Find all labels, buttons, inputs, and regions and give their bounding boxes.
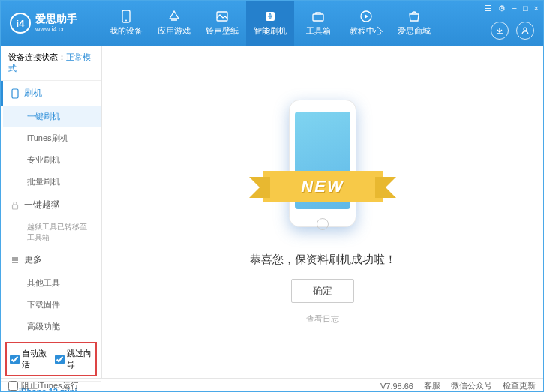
- close-icon[interactable]: ×: [534, 4, 539, 13]
- nav-label: 智能刷机: [254, 25, 287, 37]
- store-icon: [407, 10, 421, 23]
- nav-label: 爱思商城: [398, 25, 431, 37]
- sidebar-item-advanced[interactable]: 高级功能: [3, 316, 101, 337]
- lock-icon: [11, 201, 20, 210]
- title-bar: i4 爱思助手 www.i4.cn 我的设备 应用游戏 铃声壁纸 智能刷机 工具…: [1, 1, 543, 46]
- svg-rect-4: [313, 14, 323, 21]
- sidebar-item-other-tools[interactable]: 其他工具: [3, 272, 101, 294]
- nav-tutorials[interactable]: 教程中心: [342, 1, 390, 46]
- sidebar-item-itunes-flash[interactable]: iTunes刷机: [3, 127, 101, 149]
- maximize-icon[interactable]: □: [523, 4, 528, 13]
- tutorial-icon: [359, 10, 373, 23]
- nav-label: 应用游戏: [158, 25, 191, 37]
- nav-ringtones[interactable]: 铃声壁纸: [198, 1, 246, 46]
- phone-small-icon: [11, 88, 20, 99]
- auto-activate-checkbox[interactable]: 自动激活: [10, 348, 47, 370]
- header-right-buttons: [491, 22, 534, 40]
- version-label: V7.98.66: [380, 382, 413, 391]
- nav-label: 我的设备: [110, 25, 143, 37]
- success-illustration: NEW: [270, 100, 375, 235]
- view-log-link[interactable]: 查看日志: [306, 313, 339, 325]
- sidebar-header-label: 更多: [24, 253, 42, 266]
- nav-store[interactable]: 爱思商城: [390, 1, 438, 46]
- success-message: 恭喜您，保资料刷机成功啦！: [250, 253, 396, 267]
- app-logo-icon: i4: [10, 13, 31, 34]
- phone-icon: [119, 10, 133, 23]
- phone-home-icon: [317, 218, 329, 230]
- sidebar-item-oneclick-flash[interactable]: 一键刷机: [3, 106, 101, 127]
- sidebar-flash-header[interactable]: 刷机: [1, 81, 101, 106]
- download-button[interactable]: [491, 22, 509, 40]
- checkbox-label: 自动激活: [22, 348, 47, 370]
- sidebar: 设备连接状态：正常模式 刷机 一键刷机 iTunes刷机 专业刷机 批量刷机 一…: [1, 46, 102, 378]
- sidebar-item-download-fw[interactable]: 下载固件: [3, 294, 101, 316]
- confirm-button[interactable]: 确定: [291, 279, 354, 303]
- apps-icon: [167, 10, 181, 23]
- status-label: 设备连接状态：: [8, 52, 66, 61]
- nav-label: 教程中心: [350, 25, 383, 37]
- options-highlight-box: 自动激活 跳过向导: [5, 342, 97, 376]
- new-ribbon: NEW: [263, 171, 383, 202]
- svg-rect-8: [13, 205, 18, 209]
- window-controls: ☰ ⚙ − □ ×: [485, 4, 539, 13]
- footer-update-link[interactable]: 检查更新: [503, 380, 536, 391]
- nav-label: 工具箱: [306, 25, 331, 37]
- logo-area: i4 爱思助手 www.i4.cn: [1, 13, 102, 34]
- checkbox-label: 阻止iTunes运行: [21, 380, 79, 391]
- checkbox-label: 跳过向导: [67, 348, 92, 370]
- menu-icon[interactable]: ☰: [485, 4, 492, 13]
- main-nav: 我的设备 应用游戏 铃声壁纸 智能刷机 工具箱 教程中心 爱思商城: [102, 1, 543, 46]
- main-content: NEW 恭喜您，保资料刷机成功啦！ 确定 查看日志: [102, 46, 543, 378]
- nav-my-device[interactable]: 我的设备: [102, 1, 150, 46]
- wallpaper-icon: [215, 10, 229, 23]
- svg-rect-7: [12, 89, 18, 98]
- skip-guide-checkbox[interactable]: 跳过向导: [55, 348, 92, 370]
- minimize-icon[interactable]: −: [512, 4, 516, 13]
- sidebar-more-header[interactable]: 更多: [3, 247, 101, 272]
- nav-smart-flash[interactable]: 智能刷机: [246, 1, 294, 46]
- block-itunes-checkbox[interactable]: 阻止iTunes运行: [8, 380, 79, 391]
- svg-point-6: [524, 28, 527, 31]
- toolbox-icon: [311, 10, 325, 23]
- menu-lines-icon: [11, 256, 20, 265]
- sidebar-item-pro-flash[interactable]: 专业刷机: [3, 149, 101, 171]
- flash-icon: [263, 10, 277, 23]
- svg-point-1: [125, 20, 127, 22]
- sidebar-header-label: 刷机: [24, 87, 42, 100]
- nav-toolbox[interactable]: 工具箱: [294, 1, 342, 46]
- settings-icon[interactable]: ⚙: [498, 4, 506, 13]
- sidebar-jailbreak-header[interactable]: 一键越狱: [3, 193, 101, 217]
- user-button[interactable]: [516, 22, 534, 40]
- connection-status: 设备连接状态：正常模式: [1, 46, 101, 81]
- footer-wechat-link[interactable]: 微信公众号: [451, 380, 492, 391]
- app-name: 爱思助手: [35, 13, 77, 25]
- sidebar-header-label: 一键越狱: [24, 199, 60, 211]
- nav-label: 铃声壁纸: [206, 25, 239, 37]
- jailbreak-note: 越狱工具已转移至工具箱: [3, 217, 101, 247]
- nav-apps-games[interactable]: 应用游戏: [150, 1, 198, 46]
- sidebar-item-batch-flash[interactable]: 批量刷机: [3, 171, 101, 193]
- footer-support-link[interactable]: 客服: [424, 380, 440, 391]
- app-url: www.i4.cn: [35, 25, 77, 33]
